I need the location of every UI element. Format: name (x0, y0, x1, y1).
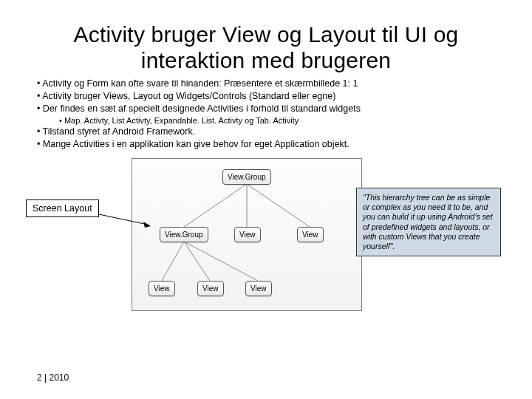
bullet-list: • Activity og Form kan ofte svare til hi… (37, 78, 495, 151)
svg-line-2 (184, 184, 247, 227)
slide-title: Activity bruger View og Layout til UI og… (37, 22, 495, 73)
bullet-1: • Activity og Form kan ofte svare til hi… (37, 78, 495, 90)
bullet-4: • Tilstand styret af Android Framework. (37, 126, 495, 138)
bullet-2: • Activity bruger Views, Layout og Widge… (37, 90, 495, 103)
diagram-area: Screen Layout View.Group View.Group View… (37, 158, 495, 328)
node-mid-left: View.Group (160, 227, 208, 242)
screen-layout-label: Screen Layout (26, 200, 99, 217)
node-mid-center: View (234, 227, 261, 242)
svg-line-7 (184, 242, 258, 281)
svg-line-6 (184, 242, 210, 281)
hierarchy-diagram: View.Group View.Group View View View Vie… (132, 158, 362, 311)
slide-footer: 2 | 2010 (37, 372, 69, 383)
bullet-5: • Mange Activities i en applikation kan … (37, 138, 495, 151)
svg-marker-1 (143, 222, 151, 228)
svg-line-5 (162, 242, 184, 281)
node-mid-right: View (297, 227, 324, 242)
svg-line-0 (99, 214, 148, 225)
node-bot-center: View (197, 281, 224, 296)
node-bot-right: View (245, 281, 272, 296)
screen-layout-arrow (99, 213, 151, 228)
node-root: View.Group (222, 169, 271, 185)
node-bot-left: View (149, 281, 175, 296)
bullet-3a: • Map. Activty, List Activty, Expandable… (59, 115, 495, 126)
quote-box: "This hierarchy tree can be as simple or… (356, 188, 501, 256)
bullet-3: • Der findes en sæt af specielt designed… (37, 103, 495, 115)
svg-line-4 (247, 184, 310, 227)
